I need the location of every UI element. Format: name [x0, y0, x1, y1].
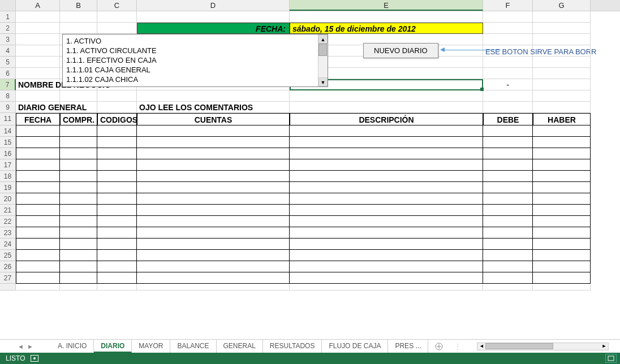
row-header-14[interactable]: 14 [0, 125, 16, 137]
row-header-16[interactable]: 16 [0, 148, 16, 159]
listbox-scrollbar[interactable]: ▲ ▼ [318, 34, 328, 86]
sheet-tab-pres[interactable]: PRES ... [388, 340, 428, 353]
row-header-9[interactable]: 9 [0, 102, 16, 113]
cell-B2[interactable] [60, 23, 97, 34]
cell-A2[interactable] [16, 23, 60, 34]
macro-record-icon[interactable] [31, 355, 38, 362]
cell-E1[interactable] [290, 11, 483, 23]
row-header-27[interactable]: 27 [0, 272, 16, 284]
row-header-2[interactable]: 2 [0, 23, 16, 34]
cell-B1[interactable] [60, 11, 97, 23]
cell-E2-fecha-value[interactable]: sábado, 15 de diciembre de 2012 [290, 23, 483, 34]
list-item[interactable]: 1.1. ACTIVO CIRCULANTE [66, 46, 315, 55]
sheet-tab-mayor[interactable]: MAYOR [132, 340, 170, 353]
sheet-tab-balance[interactable]: BALANCE [170, 340, 216, 353]
row-header-11[interactable]: 11 [0, 113, 16, 125]
hscroll-thumb[interactable] [485, 343, 553, 349]
row-header-1[interactable]: 1 [0, 11, 16, 23]
col-header-D[interactable]: D [137, 0, 290, 11]
scroll-down-icon[interactable]: ▼ [318, 77, 328, 86]
view-normal-icon[interactable] [605, 354, 617, 363]
sheet-tab-flujo[interactable]: FLUJO DE CAJA [322, 340, 388, 353]
col-header-B[interactable]: B [60, 0, 97, 11]
row-header-19[interactable]: 19 [0, 182, 16, 193]
list-item[interactable]: 1.1.1.01 CAJA GENERAL [66, 65, 315, 75]
col-header-E[interactable]: E [290, 0, 483, 11]
tbl-hdr-codigos[interactable]: CODIGOS [97, 113, 137, 125]
col-header-F[interactable]: F [483, 0, 533, 11]
tbl-hdr-compr[interactable]: COMPR. [60, 113, 97, 125]
row-header-21[interactable]: 21 [0, 205, 16, 216]
col-header-C[interactable]: C [97, 0, 137, 11]
accounts-listbox[interactable]: 1. ACTIVO 1.1. ACTIVO CIRCULANTE 1.1.1. … [62, 34, 328, 87]
cell-G1[interactable] [533, 11, 591, 23]
cell-A7-nombre-negocio[interactable]: NOMBRE DEL NEGOCIO [16, 79, 60, 90]
scroll-thumb[interactable] [318, 44, 327, 56]
status-bar: LISTO [0, 353, 620, 364]
tbl-hdr-descripcion[interactable]: DESCRIPCIÓN [290, 113, 483, 125]
cell-A9-diario-general[interactable]: DIARIO GENERAL [16, 102, 60, 113]
col-header-A[interactable]: A [16, 0, 60, 11]
row-header-20[interactable]: 20 [0, 193, 16, 205]
row-header-26[interactable]: 26 [0, 261, 16, 272]
list-item[interactable]: 1.1.1. EFECTIVO EN CAJA [66, 55, 315, 65]
hscroll-left-icon[interactable]: ◄ [477, 343, 485, 350]
cell-D9-ojo-comentarios[interactable]: OJO LEE LOS COMENTARIOS [137, 102, 290, 113]
row-header-15[interactable]: 15 [0, 137, 16, 148]
cell-D2-fecha-label[interactable]: FECHA: [137, 23, 290, 34]
cell-G2[interactable] [533, 23, 591, 34]
row-header-5[interactable]: 5 [0, 57, 16, 68]
cell-C1[interactable] [97, 11, 137, 23]
sheet-tab-diario[interactable]: DIARIO [94, 340, 132, 353]
status-text: LISTO [6, 354, 25, 362]
hscroll-right-icon[interactable]: ► [600, 343, 608, 350]
row-header-25[interactable]: 25 [0, 250, 16, 261]
cell-F2[interactable] [483, 23, 533, 34]
row-header-22[interactable]: 22 [0, 216, 16, 227]
sheet-tab-strip: ◄ ► A. INICIO DIARIO MAYOR BALANCE GENER… [0, 339, 620, 353]
tab-nav-buttons[interactable]: ◄ ► [0, 343, 51, 350]
sheet-tab-inicio[interactable]: A. INICIO [51, 340, 94, 353]
row-header-17[interactable]: 17 [0, 159, 16, 171]
col-header-G[interactable]: G [533, 0, 591, 11]
cell-F7-dash[interactable]: - [483, 79, 533, 90]
row-header-7[interactable]: 7 [0, 79, 16, 90]
cell-C2[interactable] [97, 23, 137, 34]
row-header-8[interactable]: 8 [0, 90, 16, 102]
svg-rect-3 [608, 356, 614, 361]
cell-D1[interactable] [137, 11, 290, 23]
tbl-hdr-cuentas[interactable]: CUENTAS [137, 113, 290, 125]
tbl-hdr-debe[interactable]: DEBE [483, 113, 533, 125]
cell-A1[interactable] [16, 11, 60, 23]
cell-F1[interactable] [483, 11, 533, 23]
nuevo-diario-button[interactable]: NUEVO DIARIO [363, 43, 438, 58]
scroll-up-icon[interactable]: ▲ [318, 34, 328, 44]
row-header-6[interactable]: 6 [0, 68, 16, 79]
callout-arrow-head-icon [440, 47, 445, 52]
row-header-18[interactable]: 18 [0, 171, 16, 182]
callout-arrow-line [444, 50, 501, 50]
column-headers-row: A B C D E F G [0, 0, 620, 11]
plus-circle-icon [435, 343, 443, 350]
sheet-tab-resultados[interactable]: RESULTADOS [263, 340, 322, 353]
row-header-3[interactable]: 3 [0, 34, 16, 45]
tab-nav-prev-icon[interactable]: ◄ [18, 343, 24, 350]
add-sheet-button[interactable] [428, 340, 450, 353]
list-item[interactable]: 1.1.1.02 CAJA CHICA [66, 75, 315, 84]
horizontal-scrollbar[interactable]: ◄ ► [477, 343, 609, 350]
row-header-23[interactable]: 23 [0, 227, 16, 239]
row-header-24[interactable]: 24 [0, 239, 16, 250]
sheet-tab-general[interactable]: GENERAL [217, 340, 263, 353]
list-item[interactable]: 1. ACTIVO [66, 36, 315, 46]
tbl-hdr-fecha[interactable]: FECHA [16, 113, 60, 125]
tab-nav-next-icon[interactable]: ► [27, 343, 33, 350]
row-header-4[interactable]: 4 [0, 45, 16, 57]
cell-note-text: ESE BOTON SIRVE PARA BORR [483, 45, 533, 57]
tbl-hdr-haber[interactable]: HABER [533, 113, 591, 125]
select-all-corner[interactable] [0, 0, 16, 11]
